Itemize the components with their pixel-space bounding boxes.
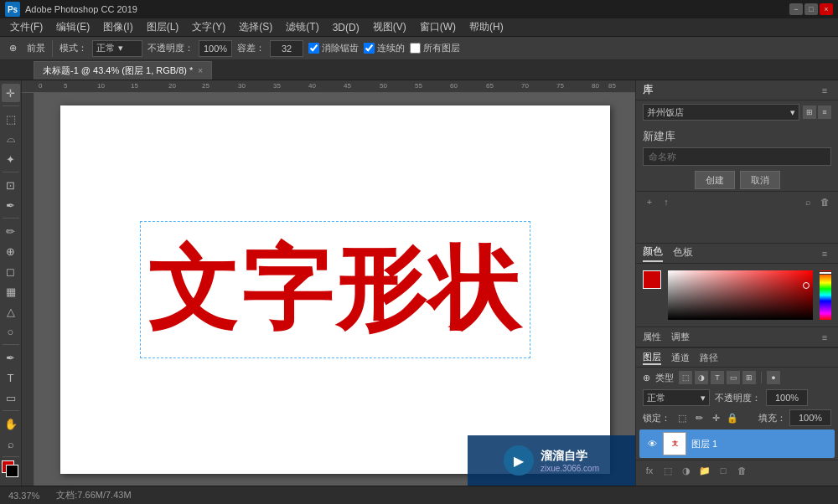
fill-value-input[interactable] [789, 409, 831, 426]
library-upload-icon[interactable]: ↑ [660, 195, 673, 208]
new-group-icon[interactable]: 📁 [698, 464, 711, 477]
menu-3d[interactable]: 3D(D) [326, 20, 366, 35]
tool-pen[interactable]: ✒ [2, 348, 20, 367]
close-button[interactable]: × [820, 3, 833, 15]
canvas-container[interactable]: 文字形状 [34, 93, 635, 486]
tab-paths[interactable]: 路径 [700, 352, 718, 364]
cancel-library-button[interactable]: 取消 [740, 171, 780, 189]
contiguous-checkbox[interactable]: 连续的 [364, 42, 405, 54]
tab-channels[interactable]: 通道 [671, 352, 690, 364]
blend-opacity-row: 正常 ▾ 不透明度： [636, 388, 838, 408]
library-select-dropdown[interactable]: 并州饭店 ▾ [643, 104, 799, 121]
tool-separator-6 [3, 456, 19, 457]
tab-label: 未标题-1 @ 43.4% (图层 1, RGB/8) * [43, 64, 193, 77]
library-menu-icon[interactable]: ≡ [818, 84, 831, 97]
tool-shape[interactable]: ▭ [2, 388, 20, 407]
layer-visibility-icon[interactable]: 👁 [646, 438, 658, 450]
tool-dodge[interactable]: ○ [2, 322, 20, 341]
tab-adjustments[interactable]: 调整 [671, 331, 690, 343]
tool-wand[interactable]: ✦ [2, 150, 20, 168]
hue-bar[interactable] [820, 270, 831, 320]
filter-pixel-icon[interactable]: ⬚ [679, 371, 692, 384]
tool-crop[interactable]: ⊡ [2, 176, 20, 194]
document-canvas[interactable]: 文字形状 [60, 105, 610, 474]
tool-clone[interactable]: ⊕ [2, 242, 20, 260]
lock-all-icon[interactable]: 🔒 [726, 411, 739, 424]
layer-row[interactable]: 👁 文 图层 1 [639, 429, 835, 458]
saturation-value-picker[interactable] [668, 270, 813, 320]
opacity-value-input[interactable] [766, 389, 808, 406]
menu-help[interactable]: 帮助(H) [463, 18, 510, 36]
tool-eyedropper[interactable]: ✒ [2, 196, 20, 214]
filter-shape-icon[interactable]: ▭ [727, 371, 740, 384]
delete-layer-icon[interactable]: 🗑 [735, 464, 748, 477]
tool-eraser[interactable]: ◻ [2, 262, 20, 280]
menu-view[interactable]: 视图(V) [366, 18, 413, 36]
tool-gradient[interactable]: ▦ [2, 282, 20, 301]
library-grid-view[interactable]: ⊞ [803, 105, 816, 119]
layers-panel-menu-icon[interactable]: ≡ [818, 331, 831, 344]
current-color-swatch[interactable] [643, 270, 661, 289]
contiguous-check[interactable] [364, 43, 375, 54]
anti-alias-check[interactable] [308, 43, 319, 54]
layers-filter-row: ⊕ 类型 ⬚ ◑ T ▭ ⊞ ● [636, 368, 838, 388]
new-layer-icon[interactable]: □ [716, 464, 730, 477]
lock-pixels-icon[interactable]: ✏ [692, 411, 706, 424]
menu-edit[interactable]: 编辑(E) [49, 18, 96, 36]
anti-alias-checkbox[interactable]: 消除锯齿 [308, 42, 359, 54]
tool-brush[interactable]: ✏ [2, 222, 20, 240]
add-style-icon[interactable]: fx [643, 464, 656, 477]
tab-layers[interactable]: 图层 [643, 351, 661, 365]
new-library-title: 新建库 [643, 129, 831, 144]
layers-sub-tabs: 图层 通道 路径 [636, 347, 838, 368]
tool-blur[interactable]: △ [2, 302, 20, 321]
tab-close-icon[interactable]: × [198, 66, 203, 75]
all-layers-checkbox[interactable]: 所有图层 [410, 42, 460, 54]
tolerance-input[interactable] [270, 40, 303, 57]
tab-swatches[interactable]: 色板 [673, 245, 693, 261]
menu-window[interactable]: 窗口(W) [413, 18, 463, 36]
menu-file[interactable]: 文件(F) [3, 18, 49, 36]
mode-dropdown[interactable]: 正常 ▾ [92, 40, 142, 57]
color-picker-area[interactable] [636, 264, 838, 327]
add-mask-icon[interactable]: ⬚ [661, 464, 675, 477]
library-delete-icon[interactable]: 🗑 [818, 195, 831, 208]
opacity-input[interactable] [199, 40, 232, 57]
library-name-input[interactable] [643, 147, 831, 166]
blend-mode-dropdown[interactable]: 正常 ▾ [643, 389, 710, 406]
filter-smart-icon[interactable]: ⊞ [742, 371, 756, 384]
tool-lasso[interactable]: ⌓ [2, 130, 20, 148]
tab-properties[interactable]: 属性 [643, 331, 661, 343]
menu-select[interactable]: 选择(S) [232, 18, 279, 36]
filter-adjust-icon[interactable]: ◑ [695, 371, 708, 384]
filter-toggle-icon[interactable]: ● [767, 371, 780, 384]
menu-filter[interactable]: 滤镜(T) [279, 18, 325, 36]
add-adjustment-icon[interactable]: ◑ [680, 464, 693, 477]
tool-zoom[interactable]: ⌕ [2, 435, 20, 453]
filter-type-btn[interactable]: T [711, 371, 724, 384]
create-library-button[interactable]: 创建 [695, 171, 735, 189]
library-add-icon[interactable]: + [643, 195, 656, 208]
library-search-icon[interactable]: ⌕ [801, 195, 815, 208]
library-list-view[interactable]: ≡ [818, 105, 831, 119]
menu-image[interactable]: 图像(I) [96, 18, 139, 36]
maximize-button[interactable]: □ [804, 3, 818, 15]
tool-text[interactable]: T [2, 368, 20, 387]
main-area: ✛ ⬚ ⌓ ✦ ⊡ ✒ ✏ ⊕ ◻ ▦ △ ○ ✒ T ▭ ✋ ⌕ 0 5 1 [0, 80, 838, 486]
menu-type[interactable]: 文字(Y) [185, 18, 232, 36]
tool-hand[interactable]: ✋ [2, 414, 20, 433]
menu-layer[interactable]: 图层(L) [140, 18, 186, 36]
foreground-color-box[interactable] [2, 460, 20, 477]
tool-move[interactable]: ✛ [2, 84, 20, 102]
all-layers-check[interactable] [410, 43, 421, 54]
minimize-button[interactable]: − [789, 3, 803, 15]
tab-color[interactable]: 颜色 [643, 244, 663, 262]
lock-position-icon[interactable]: ✛ [709, 411, 722, 424]
color-panel-menu-icon[interactable]: ≡ [818, 247, 831, 260]
ps-logo: Ps [5, 2, 20, 17]
tolerance-label: 容差： [237, 42, 265, 54]
anti-alias-label: 消除锯齿 [322, 42, 359, 54]
lock-transparent-icon[interactable]: ⬚ [675, 411, 689, 424]
tool-marquee[interactable]: ⬚ [2, 110, 20, 128]
document-tab[interactable]: 未标题-1 @ 43.4% (图层 1, RGB/8) * × [34, 61, 212, 80]
